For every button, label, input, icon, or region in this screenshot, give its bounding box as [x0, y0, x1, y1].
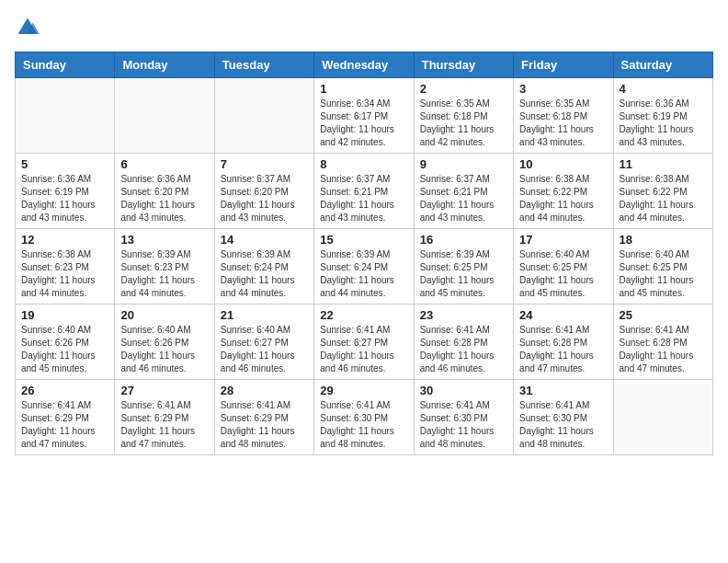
day-info: Sunrise: 6:37 AM Sunset: 6:21 PM Dayligh… [420, 173, 507, 224]
day-info: Sunrise: 6:36 AM Sunset: 6:20 PM Dayligh… [120, 173, 208, 224]
day-info: Sunrise: 6:40 AM Sunset: 6:25 PM Dayligh… [620, 248, 707, 300]
day-number: 19 [21, 308, 108, 322]
day-info: Sunrise: 6:41 AM Sunset: 6:30 PM Dayligh… [519, 399, 607, 451]
day-number: 21 [221, 308, 308, 322]
day-info: Sunrise: 6:39 AM Sunset: 6:24 PM Dayligh… [221, 248, 308, 300]
calendar-day-cell: 13Sunrise: 6:39 AM Sunset: 6:23 PM Dayli… [115, 229, 214, 304]
calendar-day-cell [613, 380, 712, 455]
day-info: Sunrise: 6:41 AM Sunset: 6:28 PM Dayligh… [620, 324, 707, 375]
day-number: 16 [420, 233, 507, 247]
day-number: 2 [420, 82, 507, 96]
day-number: 15 [320, 233, 407, 247]
page-header [15, 15, 713, 40]
calendar-day-cell: 17Sunrise: 6:40 AM Sunset: 6:25 PM Dayli… [514, 229, 613, 304]
logo-icon [15, 15, 40, 40]
day-number: 29 [320, 384, 407, 397]
day-info: Sunrise: 6:39 AM Sunset: 6:24 PM Dayligh… [320, 248, 407, 300]
calendar-day-cell: 30Sunrise: 6:41 AM Sunset: 6:30 PM Dayli… [414, 380, 513, 455]
day-number: 31 [519, 384, 607, 397]
calendar-day-cell: 27Sunrise: 6:41 AM Sunset: 6:29 PM Dayli… [115, 380, 214, 455]
day-info: Sunrise: 6:41 AM Sunset: 6:29 PM Dayligh… [21, 399, 108, 451]
calendar-day-cell: 25Sunrise: 6:41 AM Sunset: 6:28 PM Dayli… [613, 304, 712, 380]
calendar-day-cell: 12Sunrise: 6:38 AM Sunset: 6:23 PM Dayli… [16, 229, 115, 304]
calendar-day-cell: 26Sunrise: 6:41 AM Sunset: 6:29 PM Dayli… [16, 380, 115, 455]
day-info: Sunrise: 6:38 AM Sunset: 6:22 PM Dayligh… [620, 173, 707, 224]
calendar-day-cell: 19Sunrise: 6:40 AM Sunset: 6:26 PM Dayli… [16, 304, 115, 380]
day-number: 11 [620, 157, 707, 171]
day-of-week-header: Sunday [16, 52, 115, 78]
day-info: Sunrise: 6:40 AM Sunset: 6:26 PM Dayligh… [120, 324, 208, 375]
day-info: Sunrise: 6:41 AM Sunset: 6:29 PM Dayligh… [120, 399, 208, 451]
day-info: Sunrise: 6:41 AM Sunset: 6:29 PM Dayligh… [221, 399, 308, 451]
day-info: Sunrise: 6:37 AM Sunset: 6:21 PM Dayligh… [320, 173, 407, 224]
calendar-day-cell: 18Sunrise: 6:40 AM Sunset: 6:25 PM Dayli… [613, 229, 712, 304]
day-info: Sunrise: 6:41 AM Sunset: 6:28 PM Dayligh… [519, 324, 607, 375]
calendar-week-row: 12Sunrise: 6:38 AM Sunset: 6:23 PM Dayli… [16, 229, 713, 304]
calendar-day-cell: 29Sunrise: 6:41 AM Sunset: 6:30 PM Dayli… [314, 380, 414, 455]
day-info: Sunrise: 6:41 AM Sunset: 6:27 PM Dayligh… [320, 324, 407, 375]
day-of-week-header: Friday [514, 52, 613, 78]
calendar-day-cell: 4Sunrise: 6:36 AM Sunset: 6:19 PM Daylig… [613, 78, 712, 154]
day-number: 6 [120, 157, 208, 171]
calendar-day-cell: 1Sunrise: 6:34 AM Sunset: 6:17 PM Daylig… [314, 78, 414, 154]
day-number: 3 [519, 82, 607, 96]
calendar-week-row: 19Sunrise: 6:40 AM Sunset: 6:26 PM Dayli… [16, 304, 713, 380]
calendar-day-cell: 21Sunrise: 6:40 AM Sunset: 6:27 PM Dayli… [214, 304, 313, 380]
day-info: Sunrise: 6:39 AM Sunset: 6:23 PM Dayligh… [120, 248, 208, 300]
day-number: 13 [120, 233, 208, 247]
day-info: Sunrise: 6:39 AM Sunset: 6:25 PM Dayligh… [420, 248, 507, 300]
calendar-day-cell: 11Sunrise: 6:38 AM Sunset: 6:22 PM Dayli… [613, 154, 712, 229]
calendar-day-cell: 6Sunrise: 6:36 AM Sunset: 6:20 PM Daylig… [115, 154, 214, 229]
calendar-day-cell: 16Sunrise: 6:39 AM Sunset: 6:25 PM Dayli… [414, 229, 513, 304]
day-info: Sunrise: 6:37 AM Sunset: 6:20 PM Dayligh… [221, 173, 308, 224]
day-info: Sunrise: 6:35 AM Sunset: 6:18 PM Dayligh… [519, 98, 607, 149]
day-info: Sunrise: 6:41 AM Sunset: 6:30 PM Dayligh… [320, 399, 407, 451]
calendar-day-cell [115, 78, 214, 154]
calendar-day-cell: 24Sunrise: 6:41 AM Sunset: 6:28 PM Dayli… [514, 304, 613, 380]
calendar-day-cell: 20Sunrise: 6:40 AM Sunset: 6:26 PM Dayli… [115, 304, 214, 380]
day-number: 23 [420, 308, 507, 322]
day-number: 26 [21, 384, 108, 397]
day-info: Sunrise: 6:41 AM Sunset: 6:28 PM Dayligh… [420, 324, 507, 375]
day-number: 22 [320, 308, 407, 322]
calendar-day-cell: 10Sunrise: 6:38 AM Sunset: 6:22 PM Dayli… [514, 154, 613, 229]
day-number: 4 [620, 82, 707, 96]
calendar-day-cell: 2Sunrise: 6:35 AM Sunset: 6:18 PM Daylig… [414, 78, 513, 154]
day-number: 20 [120, 308, 208, 322]
day-info: Sunrise: 6:36 AM Sunset: 6:19 PM Dayligh… [620, 98, 707, 149]
day-info: Sunrise: 6:40 AM Sunset: 6:26 PM Dayligh… [21, 324, 108, 375]
calendar-day-cell [214, 78, 313, 154]
day-number: 18 [620, 233, 707, 247]
day-number: 14 [221, 233, 308, 247]
calendar-day-cell [16, 78, 115, 154]
day-info: Sunrise: 6:41 AM Sunset: 6:30 PM Dayligh… [420, 399, 507, 451]
day-info: Sunrise: 6:40 AM Sunset: 6:25 PM Dayligh… [519, 248, 607, 300]
day-number: 9 [420, 157, 507, 171]
day-number: 12 [21, 233, 108, 247]
day-of-week-header: Saturday [613, 52, 712, 78]
day-number: 28 [221, 384, 308, 397]
calendar-day-cell: 28Sunrise: 6:41 AM Sunset: 6:29 PM Dayli… [214, 380, 313, 455]
logo [15, 15, 44, 40]
day-number: 17 [519, 233, 607, 247]
calendar-week-row: 5Sunrise: 6:36 AM Sunset: 6:19 PM Daylig… [16, 154, 713, 229]
calendar-day-cell: 8Sunrise: 6:37 AM Sunset: 6:21 PM Daylig… [314, 154, 414, 229]
day-of-week-header: Wednesday [314, 52, 414, 78]
day-number: 7 [221, 157, 308, 171]
calendar-day-cell: 7Sunrise: 6:37 AM Sunset: 6:20 PM Daylig… [214, 154, 313, 229]
day-of-week-header: Tuesday [214, 52, 313, 78]
day-info: Sunrise: 6:40 AM Sunset: 6:27 PM Dayligh… [221, 324, 308, 375]
day-info: Sunrise: 6:34 AM Sunset: 6:17 PM Dayligh… [320, 98, 407, 149]
day-number: 5 [21, 157, 108, 171]
calendar-table: SundayMondayTuesdayWednesdayThursdayFrid… [15, 52, 713, 455]
day-info: Sunrise: 6:38 AM Sunset: 6:22 PM Dayligh… [519, 173, 607, 224]
day-number: 27 [120, 384, 208, 397]
calendar-header-row: SundayMondayTuesdayWednesdayThursdayFrid… [16, 52, 713, 78]
day-info: Sunrise: 6:36 AM Sunset: 6:19 PM Dayligh… [21, 173, 108, 224]
day-number: 25 [620, 308, 707, 322]
calendar-day-cell: 14Sunrise: 6:39 AM Sunset: 6:24 PM Dayli… [214, 229, 313, 304]
day-info: Sunrise: 6:35 AM Sunset: 6:18 PM Dayligh… [420, 98, 507, 149]
calendar-week-row: 26Sunrise: 6:41 AM Sunset: 6:29 PM Dayli… [16, 380, 713, 455]
day-of-week-header: Monday [115, 52, 214, 78]
day-number: 24 [519, 308, 607, 322]
